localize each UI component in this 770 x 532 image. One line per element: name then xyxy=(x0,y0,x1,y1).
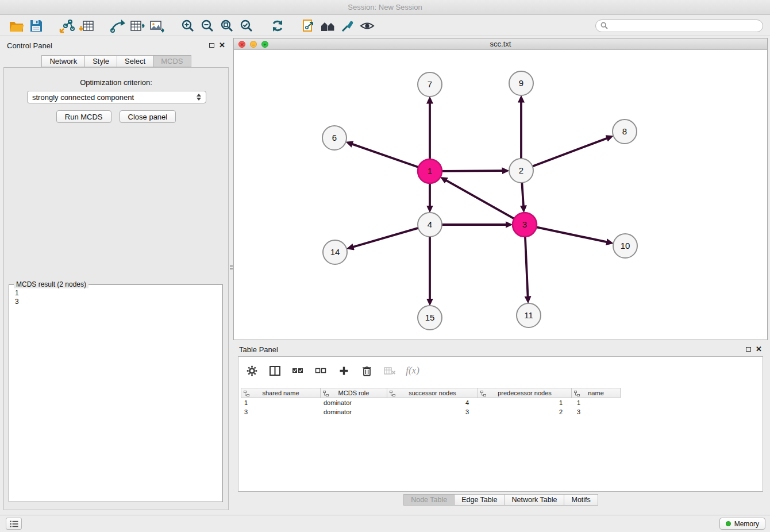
column-header-shared-name[interactable]: shared name xyxy=(241,388,321,398)
float-table-panel-icon[interactable] xyxy=(746,347,751,352)
zoom-fit-icon[interactable] xyxy=(217,17,237,34)
cell-successor-nodes[interactable]: 4 xyxy=(387,398,478,407)
close-panel-icon[interactable]: ✕ xyxy=(219,43,225,48)
select-all-icon[interactable] xyxy=(290,363,305,378)
table-panel-title: Table Panel xyxy=(239,345,278,354)
open-document-icon[interactable] xyxy=(299,17,318,34)
network-window-title: scc.txt xyxy=(234,40,767,48)
tab-network-table[interactable]: Network Table xyxy=(505,494,565,506)
attribute-icon xyxy=(480,391,486,396)
table-row[interactable]: 1 dominator 4 1 1 xyxy=(241,398,620,407)
graph-node-7[interactable]: 7 xyxy=(418,72,442,97)
cell-predecessor-nodes[interactable]: 2 xyxy=(478,407,571,417)
mcds-result-value: 1 xyxy=(15,289,217,298)
import-network-icon[interactable] xyxy=(57,17,77,34)
cell-shared-name[interactable]: 1 xyxy=(241,398,320,407)
tab-motifs[interactable]: Motifs xyxy=(564,494,598,506)
svg-text:8: 8 xyxy=(622,126,627,136)
delete-column-icon[interactable] xyxy=(359,363,374,378)
tab-edge-table[interactable]: Edge Table xyxy=(454,494,505,506)
window-zoom-icon[interactable]: + xyxy=(261,41,268,48)
graph-node-3[interactable]: 3 xyxy=(513,213,537,237)
add-column-icon[interactable] xyxy=(336,363,351,378)
dropdown-stepper-icon xyxy=(197,94,201,101)
graph-node-6[interactable]: 6 xyxy=(322,126,346,150)
cell-mcds-role[interactable]: dominator xyxy=(320,407,387,417)
table-panel-tabs: Node Table Edge Table Network Table Moti… xyxy=(233,494,768,506)
tab-mcds[interactable]: MCDS xyxy=(153,55,191,67)
mcds-result-value: 3 xyxy=(15,298,217,306)
window-minimize-icon[interactable]: − xyxy=(250,41,257,48)
cell-successor-nodes[interactable]: 3 xyxy=(387,407,478,417)
criterion-dropdown[interactable]: strongly connected component xyxy=(27,91,206,103)
zoom-out-icon[interactable] xyxy=(198,17,217,34)
home-icon[interactable] xyxy=(318,17,338,34)
save-icon[interactable] xyxy=(26,17,46,34)
column-header-mcds-role[interactable]: MCDS role xyxy=(320,388,387,398)
svg-text:2: 2 xyxy=(519,165,523,175)
graph-node-10[interactable]: 10 xyxy=(613,234,637,258)
new-network-icon[interactable] xyxy=(108,17,128,34)
zoom-in-icon[interactable] xyxy=(178,17,198,34)
cell-predecessor-nodes[interactable]: 1 xyxy=(478,398,571,407)
table-row[interactable]: 3 dominator 3 2 3 xyxy=(241,407,620,417)
svg-text:6: 6 xyxy=(332,133,337,142)
memory-button[interactable]: Memory xyxy=(719,518,765,530)
graph-edge-3-11[interactable] xyxy=(525,237,528,296)
control-panel-tabs: Network Style Select MCDS xyxy=(2,55,230,67)
zoom-selected-icon[interactable] xyxy=(237,17,256,34)
close-panel-button[interactable]: Close panel xyxy=(120,110,176,123)
column-header-name[interactable]: name xyxy=(571,388,621,398)
tab-node-table[interactable]: Node Table xyxy=(403,494,455,506)
graph-node-8[interactable]: 8 xyxy=(613,119,637,144)
tab-network[interactable]: Network xyxy=(41,55,85,67)
cell-mcds-role[interactable]: dominator xyxy=(320,398,387,407)
search-input[interactable] xyxy=(611,22,758,30)
run-mcds-button[interactable]: Run MCDS xyxy=(56,110,111,123)
export-image-icon[interactable] xyxy=(147,17,167,34)
graph-node-14[interactable]: 14 xyxy=(323,240,347,264)
show-columns-icon[interactable] xyxy=(267,363,282,378)
refresh-icon[interactable] xyxy=(268,17,287,34)
open-folder-icon[interactable] xyxy=(7,17,26,34)
mcds-result-title: MCDS result (2 nodes) xyxy=(14,280,88,288)
graph-edge-3-1[interactable] xyxy=(446,180,514,218)
graph-node-15[interactable]: 15 xyxy=(418,306,442,330)
column-header-successor-nodes[interactable]: successor nodes xyxy=(387,388,478,398)
search-box[interactable] xyxy=(595,20,763,32)
gear-icon[interactable] xyxy=(244,363,259,378)
column-header-predecessor-nodes[interactable]: predecessor nodes xyxy=(478,388,572,398)
table-panel: Table Panel ✕ xyxy=(233,342,768,511)
attribute-icon xyxy=(574,391,580,396)
cell-name[interactable]: 1 xyxy=(571,398,620,407)
svg-text:10: 10 xyxy=(621,241,630,250)
window-close-icon[interactable]: ✕ xyxy=(238,41,245,48)
import-table-icon[interactable] xyxy=(77,17,97,34)
eye-icon[interactable] xyxy=(357,17,377,34)
deselect-all-icon[interactable] xyxy=(313,363,328,378)
cell-shared-name[interactable]: 3 xyxy=(241,407,320,417)
graph-edge-1-6[interactable] xyxy=(352,144,418,167)
graph-edge-4-14[interactable] xyxy=(353,228,418,247)
tab-style[interactable]: Style xyxy=(84,55,117,67)
tab-select[interactable]: Select xyxy=(117,55,153,67)
graph-node-4[interactable]: 4 xyxy=(418,213,442,237)
task-history-button[interactable] xyxy=(6,518,22,530)
svg-text:4: 4 xyxy=(428,219,432,229)
cell-name[interactable]: 3 xyxy=(571,407,620,417)
function-builder-icon[interactable]: f(x) xyxy=(405,363,420,378)
network-graph[interactable]: 7968124314101511 xyxy=(234,51,767,340)
float-panel-icon[interactable] xyxy=(209,43,214,48)
graph-edge-2-3[interactable] xyxy=(522,183,523,206)
graph-node-11[interactable]: 11 xyxy=(517,303,541,327)
graph-node-1[interactable]: 1 xyxy=(418,159,442,183)
close-table-panel-icon[interactable]: ✕ xyxy=(756,346,762,352)
style-brush-icon[interactable] xyxy=(338,17,357,34)
graph-edge-2-8[interactable] xyxy=(533,138,607,167)
graph-node-9[interactable]: 9 xyxy=(509,71,533,95)
graph-node-2[interactable]: 2 xyxy=(509,159,533,183)
graph-edge-1-2[interactable] xyxy=(442,171,502,171)
graph-edge-3-10[interactable] xyxy=(537,227,607,242)
export-table-icon[interactable] xyxy=(128,17,147,34)
delete-table-icon[interactable] xyxy=(382,363,397,378)
